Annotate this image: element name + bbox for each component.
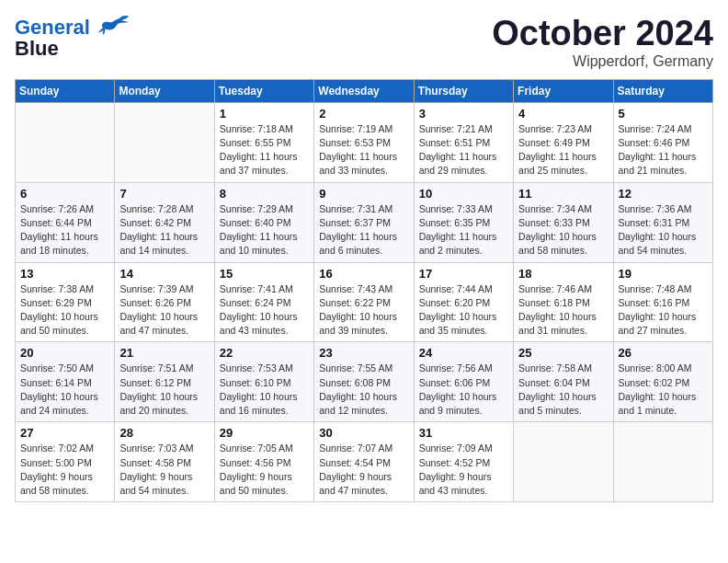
day-number: 5: [619, 107, 708, 121]
week-row-5: 27Sunrise: 7:02 AM Sunset: 5:00 PM Dayli…: [16, 422, 713, 502]
day-number: 29: [220, 426, 309, 440]
weekday-header-friday: Friday: [514, 79, 613, 102]
day-info: Sunrise: 7:05 AM Sunset: 4:56 PM Dayligh…: [220, 442, 309, 498]
day-info: Sunrise: 7:02 AM Sunset: 5:00 PM Dayligh…: [20, 442, 109, 498]
weekday-header-sunday: Sunday: [16, 79, 115, 102]
logo-bird-icon: [94, 15, 129, 40]
day-info: Sunrise: 7:56 AM Sunset: 6:06 PM Dayligh…: [419, 362, 508, 418]
weekday-header-tuesday: Tuesday: [214, 79, 313, 102]
day-info: Sunrise: 7:26 AM Sunset: 6:44 PM Dayligh…: [20, 202, 109, 259]
day-number: 22: [220, 346, 309, 360]
day-info: Sunrise: 7:31 AM Sunset: 6:37 PM Dayligh…: [319, 202, 408, 259]
day-info: Sunrise: 8:00 AM Sunset: 6:02 PM Dayligh…: [619, 362, 708, 418]
day-number: 23: [319, 346, 408, 360]
day-number: 2: [319, 107, 408, 121]
calendar-cell: 24Sunrise: 7:56 AM Sunset: 6:06 PM Dayli…: [414, 342, 513, 422]
day-info: Sunrise: 7:48 AM Sunset: 6:16 PM Dayligh…: [619, 282, 708, 339]
day-info: Sunrise: 7:53 AM Sunset: 6:10 PM Dayligh…: [220, 362, 309, 418]
day-info: Sunrise: 7:38 AM Sunset: 6:29 PM Dayligh…: [20, 282, 109, 339]
week-row-4: 20Sunrise: 7:50 AM Sunset: 6:14 PM Dayli…: [16, 342, 713, 422]
day-info: Sunrise: 7:55 AM Sunset: 6:08 PM Dayligh…: [319, 362, 408, 418]
day-number: 10: [419, 187, 508, 201]
calendar-cell: 14Sunrise: 7:39 AM Sunset: 6:26 PM Dayli…: [115, 262, 214, 342]
calendar-cell: [613, 422, 712, 502]
logo-text: General: [15, 17, 90, 39]
day-number: 13: [20, 267, 109, 281]
day-info: Sunrise: 7:09 AM Sunset: 4:52 PM Dayligh…: [419, 442, 508, 498]
calendar-cell: 29Sunrise: 7:05 AM Sunset: 4:56 PM Dayli…: [214, 422, 313, 502]
calendar-cell: 8Sunrise: 7:29 AM Sunset: 6:40 PM Daylig…: [214, 182, 313, 262]
calendar-table: SundayMondayTuesdayWednesdayThursdayFrid…: [15, 79, 713, 502]
week-row-3: 13Sunrise: 7:38 AM Sunset: 6:29 PM Dayli…: [16, 262, 713, 342]
day-number: 4: [518, 107, 608, 121]
calendar-cell: 4Sunrise: 7:23 AM Sunset: 6:49 PM Daylig…: [514, 102, 613, 182]
day-info: Sunrise: 7:50 AM Sunset: 6:14 PM Dayligh…: [20, 362, 109, 418]
day-info: Sunrise: 7:43 AM Sunset: 6:22 PM Dayligh…: [319, 282, 408, 339]
day-info: Sunrise: 7:33 AM Sunset: 6:35 PM Dayligh…: [419, 202, 508, 259]
calendar-cell: 27Sunrise: 7:02 AM Sunset: 5:00 PM Dayli…: [16, 422, 115, 502]
day-number: 7: [119, 187, 209, 201]
day-number: 11: [518, 187, 608, 201]
weekday-header-wednesday: Wednesday: [314, 79, 414, 102]
calendar-cell: 10Sunrise: 7:33 AM Sunset: 6:35 PM Dayli…: [414, 182, 513, 262]
title-block: October 2024 Wipperdorf, Germany: [492, 15, 713, 70]
day-info: Sunrise: 7:46 AM Sunset: 6:18 PM Dayligh…: [518, 282, 608, 339]
day-number: 3: [419, 107, 508, 121]
day-info: Sunrise: 7:23 AM Sunset: 6:49 PM Dayligh…: [518, 122, 608, 178]
day-number: 30: [319, 426, 408, 440]
calendar-cell: 18Sunrise: 7:46 AM Sunset: 6:18 PM Dayli…: [514, 262, 613, 342]
day-number: 18: [518, 267, 608, 281]
day-info: Sunrise: 7:44 AM Sunset: 6:20 PM Dayligh…: [419, 282, 508, 339]
month-title: October 2024: [492, 15, 713, 53]
calendar-cell: 11Sunrise: 7:34 AM Sunset: 6:33 PM Dayli…: [514, 182, 613, 262]
calendar-cell: 2Sunrise: 7:19 AM Sunset: 6:53 PM Daylig…: [314, 102, 414, 182]
day-number: 16: [319, 267, 408, 281]
calendar-cell: 7Sunrise: 7:28 AM Sunset: 6:42 PM Daylig…: [115, 182, 214, 262]
calendar-cell: 22Sunrise: 7:53 AM Sunset: 6:10 PM Dayli…: [214, 342, 313, 422]
day-info: Sunrise: 7:19 AM Sunset: 6:53 PM Dayligh…: [319, 122, 408, 178]
calendar-cell: 12Sunrise: 7:36 AM Sunset: 6:31 PM Dayli…: [613, 182, 712, 262]
day-info: Sunrise: 7:58 AM Sunset: 6:04 PM Dayligh…: [518, 362, 608, 418]
day-number: 9: [319, 187, 408, 201]
day-number: 17: [419, 267, 508, 281]
day-info: Sunrise: 7:29 AM Sunset: 6:40 PM Dayligh…: [220, 202, 309, 259]
day-number: 25: [518, 346, 608, 360]
day-number: 8: [220, 187, 309, 201]
day-info: Sunrise: 7:28 AM Sunset: 6:42 PM Dayligh…: [119, 202, 209, 259]
weekday-header-thursday: Thursday: [414, 79, 513, 102]
weekday-header-monday: Monday: [115, 79, 214, 102]
calendar-cell: [115, 102, 214, 182]
calendar-cell: [16, 102, 115, 182]
day-info: Sunrise: 7:36 AM Sunset: 6:31 PM Dayligh…: [619, 202, 708, 259]
calendar-cell: 6Sunrise: 7:26 AM Sunset: 6:44 PM Daylig…: [16, 182, 115, 262]
logo: General Blue: [15, 15, 129, 61]
day-info: Sunrise: 7:41 AM Sunset: 6:24 PM Dayligh…: [220, 282, 309, 339]
calendar-cell: 21Sunrise: 7:51 AM Sunset: 6:12 PM Dayli…: [115, 342, 214, 422]
day-info: Sunrise: 7:07 AM Sunset: 4:54 PM Dayligh…: [319, 442, 408, 498]
calendar-cell: 1Sunrise: 7:18 AM Sunset: 6:55 PM Daylig…: [214, 102, 313, 182]
calendar-cell: 16Sunrise: 7:43 AM Sunset: 6:22 PM Dayli…: [314, 262, 414, 342]
calendar-cell: 19Sunrise: 7:48 AM Sunset: 6:16 PM Dayli…: [613, 262, 712, 342]
week-row-1: 1Sunrise: 7:18 AM Sunset: 6:55 PM Daylig…: [16, 102, 713, 182]
page-header: General Blue October 2024 Wipperdorf, Ge…: [15, 15, 713, 70]
weekday-header-saturday: Saturday: [613, 79, 712, 102]
calendar-cell: 5Sunrise: 7:24 AM Sunset: 6:46 PM Daylig…: [613, 102, 712, 182]
day-number: 31: [419, 426, 508, 440]
calendar-cell: 31Sunrise: 7:09 AM Sunset: 4:52 PM Dayli…: [414, 422, 513, 502]
calendar-cell: 15Sunrise: 7:41 AM Sunset: 6:24 PM Dayli…: [214, 262, 313, 342]
calendar-cell: 28Sunrise: 7:03 AM Sunset: 4:58 PM Dayli…: [115, 422, 214, 502]
day-info: Sunrise: 7:21 AM Sunset: 6:51 PM Dayligh…: [419, 122, 508, 178]
day-number: 6: [20, 187, 109, 201]
day-number: 15: [220, 267, 309, 281]
day-info: Sunrise: 7:24 AM Sunset: 6:46 PM Dayligh…: [619, 122, 708, 178]
day-number: 1: [220, 107, 309, 121]
logo-blue-text: Blue: [15, 37, 59, 61]
day-number: 14: [119, 267, 209, 281]
calendar-cell: 23Sunrise: 7:55 AM Sunset: 6:08 PM Dayli…: [314, 342, 414, 422]
day-number: 28: [119, 426, 209, 440]
day-number: 21: [119, 346, 209, 360]
day-number: 27: [20, 426, 109, 440]
day-info: Sunrise: 7:34 AM Sunset: 6:33 PM Dayligh…: [518, 202, 608, 259]
calendar-cell: 17Sunrise: 7:44 AM Sunset: 6:20 PM Dayli…: [414, 262, 513, 342]
week-row-2: 6Sunrise: 7:26 AM Sunset: 6:44 PM Daylig…: [16, 182, 713, 262]
